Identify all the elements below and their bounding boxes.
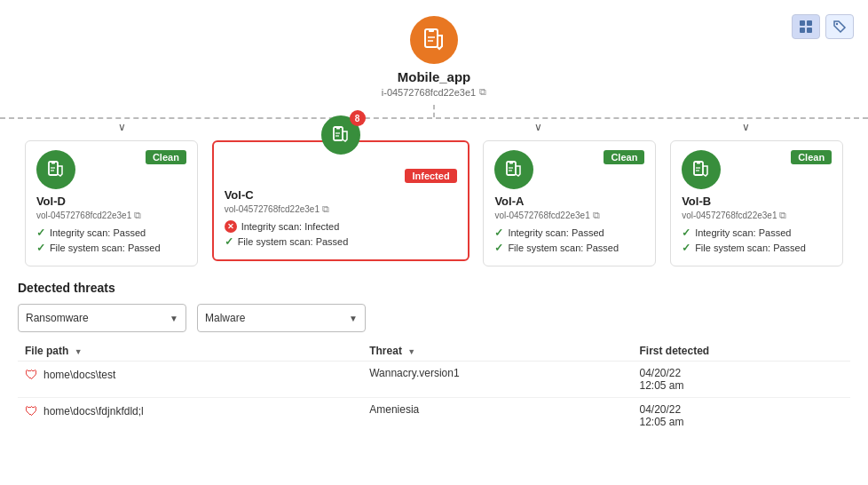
malware-filter[interactable]: Malware ▼ xyxy=(197,304,366,332)
svg-rect-18 xyxy=(509,162,513,164)
chevron-row: ∨ ∨ ∨ ∨ xyxy=(0,121,868,133)
chevron-vol-a[interactable]: ∨ xyxy=(534,121,542,133)
vol-b-icon xyxy=(682,150,721,189)
vol-c-content: Infected Vol-C vol-04572768fcd22e3e1 ⧉ ✕… xyxy=(225,169,457,248)
vol-c-card: 8 Infected Vol-C vol-04572768fcd22e3e1 ⧉… xyxy=(212,140,470,261)
vol-c-integrity: ✕ Integrity scan: Infected xyxy=(225,220,457,233)
vol-d-name: Vol-D xyxy=(36,195,186,208)
threat-filepath-0: 🛡 home\docs\test xyxy=(18,362,362,398)
vol-c-fs: ✓ File system scan: Passed xyxy=(225,235,457,248)
volume-row: Clean Vol-D vol-04572768fcd22e3e1 ⧉ ✓ In… xyxy=(0,140,868,266)
threat-date-0: 04/20/2212:05 am xyxy=(633,362,851,398)
app-name: Mobile_app xyxy=(398,69,471,84)
svg-rect-0 xyxy=(800,20,805,26)
threat-sort-icon: ▼ xyxy=(407,347,415,356)
chevron-vol-b[interactable]: ∨ xyxy=(742,121,750,133)
svg-rect-14 xyxy=(336,127,340,130)
col-firstdetected: First detected xyxy=(633,341,851,362)
threat-row-1: 🛡 home\docs\fdjnkfdld;l Ameniesia 04/20/… xyxy=(18,398,850,434)
chevron-vol-d[interactable]: ∨ xyxy=(118,121,126,133)
vol-b-integrity: ✓ Integrity scan: Passed xyxy=(682,227,832,239)
threat-row-0: 🛡 home\docs\test Wannacry.version1 04/20… xyxy=(18,362,850,398)
vol-a-name: Vol-A xyxy=(494,195,644,208)
malware-filter-arrow: ▼ xyxy=(349,314,358,323)
vol-a-icon xyxy=(494,150,533,189)
filepath-sort-icon: ▼ xyxy=(75,347,83,356)
app-header: Mobile_app i-04572768fcd22e3e1 ⧉ xyxy=(0,0,868,105)
svg-rect-3 xyxy=(807,28,812,33)
vertical-connector xyxy=(433,105,435,117)
ransomware-filter[interactable]: Ransomware ▼ xyxy=(18,304,186,332)
svg-rect-6 xyxy=(429,29,434,32)
top-toolbar xyxy=(792,14,854,39)
grid-view-button[interactable] xyxy=(792,14,820,39)
vol-a-id: vol-04572768fcd22e3e1 ⧉ xyxy=(494,210,644,221)
threats-table: File path ▼ Threat ▼ First detected 🛡 ho… xyxy=(18,341,850,433)
filter-row: Ransomware ▼ Malware ▼ xyxy=(18,304,850,332)
threat-date-1: 04/20/2212:05 am xyxy=(633,398,851,434)
vol-d-card: Clean Vol-D vol-04572768fcd22e3e1 ⧉ ✓ In… xyxy=(25,140,198,266)
vol-b-name: Vol-B xyxy=(682,195,832,208)
vol-a-card: Clean Vol-A vol-04572768fcd22e3e1 ⧉ ✓ In… xyxy=(483,140,656,266)
copy-vol-b-icon[interactable]: ⧉ xyxy=(779,210,786,221)
threats-section: Detected threats Ransomware ▼ Malware ▼ … xyxy=(18,281,850,433)
vol-d-integrity: ✓ Integrity scan: Passed xyxy=(36,227,186,239)
app-icon xyxy=(410,16,458,64)
threat-name-0: Wannacry.version1 xyxy=(362,362,632,398)
vol-a-status: Clean xyxy=(604,150,644,164)
vol-c-icon-container: 8 xyxy=(321,115,360,155)
vol-d-icon xyxy=(36,150,75,189)
threats-title: Detected threats xyxy=(18,281,850,295)
svg-rect-10 xyxy=(51,162,55,164)
vol-c-badge-count: 8 xyxy=(350,110,366,126)
vol-c-icon-wrap: 8 xyxy=(321,115,360,155)
vol-b-fs: ✓ File system scan: Passed xyxy=(682,242,832,254)
vol-c-id: vol-04572768fcd22e3e1 ⧉ xyxy=(225,203,457,215)
app-id: i-04572768fcd22e3e1 ⧉ xyxy=(382,86,486,98)
vol-b-card: Clean Vol-B vol-04572768fcd22e3e1 ⧉ ✓ In… xyxy=(670,140,843,266)
copy-vol-d-icon[interactable]: ⧉ xyxy=(134,210,141,221)
vol-b-status: Clean xyxy=(791,150,832,164)
vol-c-status: Infected xyxy=(405,169,456,183)
svg-rect-1 xyxy=(807,20,812,26)
threat-name-1: Ameniesia xyxy=(362,398,632,434)
vol-b-id: vol-04572768fcd22e3e1 ⧉ xyxy=(682,210,832,221)
copy-vol-a-icon[interactable]: ⧉ xyxy=(593,210,600,221)
copy-vol-c-icon[interactable]: ⧉ xyxy=(322,203,329,215)
shield-icon: 🛡 xyxy=(25,367,38,382)
vol-d-fs: ✓ File system scan: Passed xyxy=(36,242,186,254)
ransomware-filter-arrow: ▼ xyxy=(170,314,178,323)
shield-icon: 🛡 xyxy=(25,403,38,418)
dashed-separator xyxy=(0,117,868,119)
vol-c-name: Vol-C xyxy=(225,188,457,202)
tag-view-button[interactable] xyxy=(825,14,854,39)
vol-a-fs: ✓ File system scan: Passed xyxy=(494,242,644,254)
col-filepath[interactable]: File path ▼ xyxy=(18,341,362,362)
svg-point-4 xyxy=(836,23,838,25)
copy-id-icon[interactable]: ⧉ xyxy=(479,86,486,98)
col-threat[interactable]: Threat ▼ xyxy=(362,341,632,362)
vol-d-id: vol-04572768fcd22e3e1 ⧉ xyxy=(36,210,186,221)
vol-a-integrity: ✓ Integrity scan: Passed xyxy=(494,227,644,239)
threat-filepath-1: 🛡 home\docs\fdjnkfdld;l xyxy=(18,398,362,434)
svg-rect-22 xyxy=(697,162,700,164)
vol-d-status: Clean xyxy=(146,150,186,164)
svg-rect-2 xyxy=(800,28,805,33)
